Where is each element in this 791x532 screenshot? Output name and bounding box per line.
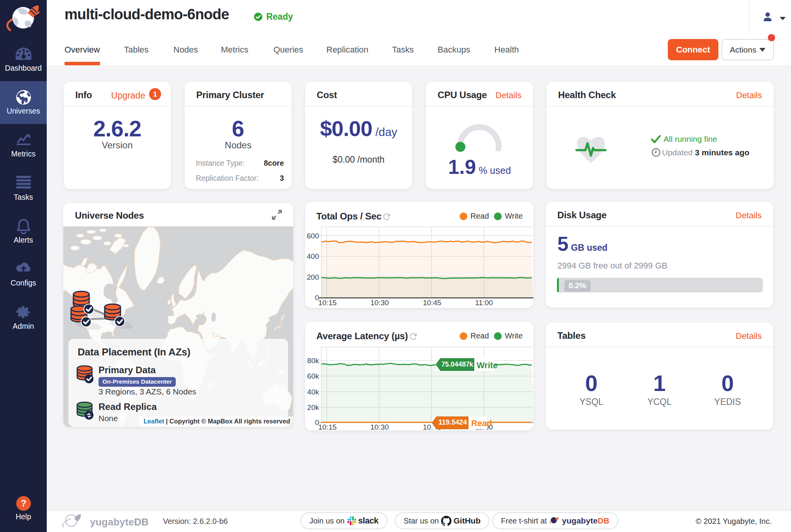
- svg-text:?: ?: [20, 498, 26, 508]
